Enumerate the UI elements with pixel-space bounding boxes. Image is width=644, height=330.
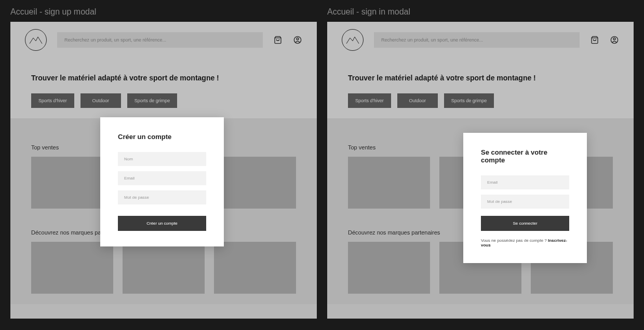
- signin-footer-text: Vous ne possédez pas de compte ?: [481, 238, 548, 243]
- signin-modal: Se connecter à votre compte Se connecter…: [463, 133, 587, 263]
- signin-password-field[interactable]: [481, 195, 569, 209]
- signup-modal-title: Créer un compte: [118, 133, 206, 141]
- signup-modal: Créer un compte Créer un compte: [100, 117, 224, 246]
- artboard-title-signin: Accueil - sign in modal: [327, 0, 634, 22]
- artboard-signup: Recherchez un produit, un sport, une réf…: [10, 22, 317, 319]
- signin-submit-button[interactable]: Se connecter: [481, 216, 569, 231]
- artboard-signin: Recherchez un produit, un sport, une réf…: [327, 22, 634, 319]
- signin-modal-title: Se connecter à votre compte: [481, 148, 569, 164]
- signup-email-field[interactable]: [118, 171, 206, 185]
- signin-footer: Vous ne possédez pas de compte ? Inscriv…: [481, 238, 569, 248]
- signup-submit-button[interactable]: Créer un compte: [118, 216, 206, 231]
- artboard-title-signup: Accueil - sign up modal: [10, 0, 317, 22]
- signin-email-field[interactable]: [481, 175, 569, 189]
- signup-name-field[interactable]: [118, 152, 206, 166]
- signup-password-field[interactable]: [118, 190, 206, 204]
